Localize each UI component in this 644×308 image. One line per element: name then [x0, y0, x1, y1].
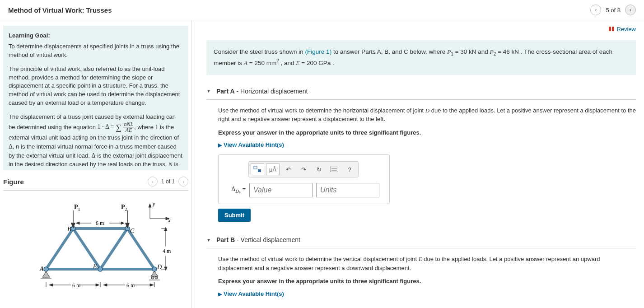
help-button[interactable]: ? [343, 163, 356, 175]
svg-text:A: A [39, 266, 44, 272]
play-icon: ▶ [218, 291, 222, 297]
svg-text:4 m: 4 m [163, 248, 171, 254]
svg-rect-63 [330, 167, 338, 172]
svg-point-14 [151, 276, 154, 279]
svg-text:y: y [152, 201, 155, 207]
svg-rect-59 [609, 27, 611, 31]
submit-button[interactable]: Submit [218, 209, 251, 222]
learning-goal-heading: Learning Goal: [9, 32, 183, 39]
svg-marker-36 [49, 284, 53, 286]
right-column: Review Consider the steel truss shown in… [192, 20, 644, 308]
figure-nav: ‹ 1 of 1 › [148, 177, 188, 187]
svg-text:6 m: 6 m [126, 282, 135, 289]
undo-button[interactable]: ↶ [281, 163, 295, 175]
play-icon: ▶ [218, 142, 222, 148]
figure-next-button[interactable]: › [178, 177, 188, 187]
template-tool-button[interactable] [251, 163, 264, 175]
part-a-body: Use the method of virtual work to determ… [206, 106, 636, 222]
svg-marker-30 [164, 227, 167, 231]
svg-marker-42 [150, 284, 154, 286]
keyboard-button[interactable] [327, 163, 341, 175]
header: Method of Virtual Work: Trusses ‹ 5 of 8… [0, 0, 644, 20]
svg-marker-32 [164, 267, 167, 271]
svg-point-10 [152, 267, 157, 271]
svg-text:C: C [130, 228, 135, 234]
svg-point-6 [44, 267, 48, 271]
svg-rect-61 [254, 166, 257, 169]
svg-text:D: D [157, 264, 162, 271]
learning-goal-box: Learning Goal: To determine displacement… [3, 26, 188, 170]
figure-page-counter: 1 of 1 [161, 178, 175, 185]
svg-text:P2: P2 [121, 204, 127, 212]
answer-toolbar: μÅ ↶ ↷ ↻ ? [248, 161, 359, 177]
figure-section: Figure ‹ 1 of 1 › [3, 170, 188, 292]
svg-text:P1: P1 [74, 204, 80, 212]
svg-line-3 [127, 229, 154, 269]
page-title: Method of Virtual Work: Trusses [8, 6, 112, 14]
svg-rect-60 [612, 27, 614, 31]
caret-down-icon: ▼ [206, 238, 211, 243]
svg-marker-26 [76, 222, 79, 224]
flag-icon [608, 26, 615, 33]
svg-line-2 [100, 229, 127, 269]
reset-button[interactable]: ↻ [312, 163, 326, 175]
svg-marker-40 [103, 284, 107, 286]
learning-goal-p2: The principle of virtual work, also refe… [9, 65, 183, 107]
part-a-hints-link[interactable]: ▶View Available Hint(s) [218, 141, 636, 148]
svg-text:E: E [93, 263, 97, 270]
svg-text:6 m: 6 m [72, 282, 81, 289]
value-input[interactable] [249, 183, 313, 197]
svg-marker-13 [151, 271, 158, 276]
left-column: Learning Goal: To determine displacement… [0, 20, 192, 308]
learning-goal-p3: The displacement of a truss joint caused… [9, 113, 183, 170]
part-a-header[interactable]: ▼ Part A - Horizontal displacement [206, 85, 636, 100]
svg-text:B: B [67, 226, 71, 233]
part-b-prompt: Use the method of virtual work to determ… [218, 255, 636, 272]
figure-prev-button[interactable]: ‹ [148, 177, 158, 187]
prev-button[interactable]: ‹ [590, 5, 601, 15]
svg-text:6 m: 6 m [96, 220, 104, 226]
svg-point-15 [155, 276, 158, 279]
part-a-instructions: Express your answer in the appropriate u… [218, 128, 636, 137]
part-b-instructions: Express your answer in the appropriate u… [218, 277, 636, 286]
svg-text:x: x [168, 217, 171, 224]
svg-line-0 [46, 229, 73, 269]
answer-label: ΔDh = [226, 186, 246, 195]
units-tool-button[interactable]: μÅ [266, 163, 280, 175]
next-button[interactable]: › [625, 5, 636, 15]
header-nav: ‹ 5 of 8 › [590, 5, 636, 15]
figure-title: Figure [3, 178, 24, 186]
svg-marker-22 [149, 204, 151, 207]
caret-down-icon: ▼ [206, 89, 211, 93]
part-b-body: Use the method of virtual work to determ… [206, 255, 636, 297]
truss-figure: P1 P2 B C A E D 6 m 4 m 6 m 6 m y x [19, 197, 173, 292]
svg-point-8 [98, 267, 103, 271]
review-link[interactable]: Review [608, 26, 636, 33]
svg-marker-38 [96, 284, 99, 286]
part-a-prompt: Use the method of virtual work to determ… [218, 106, 636, 124]
redo-button[interactable]: ↷ [297, 163, 310, 175]
svg-marker-28 [121, 222, 124, 224]
units-input[interactable] [316, 183, 379, 197]
part-b-header[interactable]: ▼ Part B - Vertical displacement [206, 233, 636, 248]
part-b-hints-link[interactable]: ▶View Available Hint(s) [218, 290, 636, 297]
svg-rect-62 [258, 169, 261, 172]
figure-link[interactable]: (Figure 1) [305, 48, 332, 55]
part-a-answer-area: μÅ ↶ ↷ ↻ ? ΔDh = [218, 154, 390, 204]
learning-goal-p1: To determine displacements at specified … [9, 42, 183, 60]
page-counter: 5 of 8 [606, 7, 621, 14]
problem-statement: Consider the steel truss shown in (Figur… [206, 40, 636, 75]
